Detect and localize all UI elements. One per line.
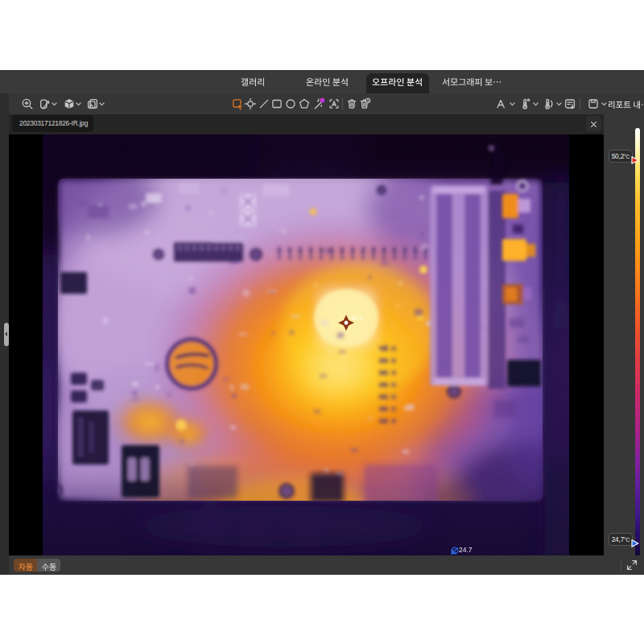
temperature-unit-tool[interactable]: [518, 97, 531, 110]
select-tool[interactable]: [231, 97, 244, 110]
polygon-tool[interactable]: [298, 97, 311, 110]
chevron-down-icon[interactable]: [601, 102, 607, 106]
bottom-bar: 자동 수동: [9, 555, 644, 575]
tab-online-analysis[interactable]: 온라인 분석: [297, 70, 357, 93]
page: {"main_tabs":{"items":[{"id":"gallery","…: [0, 0, 644, 644]
spot-tool[interactable]: [244, 97, 257, 110]
auto-detect-tool[interactable]: [328, 97, 341, 110]
level-span-mode-switch: 자동 수동: [14, 559, 60, 572]
line-tool[interactable]: [258, 97, 270, 110]
tab-label: [442, 76, 502, 89]
file-close-button[interactable]: [586, 116, 601, 132]
delete-all-tool[interactable]: [358, 97, 371, 110]
report-export-label: [608, 98, 644, 111]
auto-button-label: [18, 560, 32, 572]
scale-min-label[interactable]: 24,7°C: [609, 533, 633, 546]
file-tab[interactable]: 20230317121826-IR.jpg: [12, 115, 93, 132]
tab-label: [241, 76, 265, 89]
tab-gallery[interactable]: 갤러리: [233, 70, 273, 93]
temperature-scale-bar[interactable]: [635, 128, 640, 558]
scale-max-label[interactable]: 50,2°C: [609, 150, 633, 163]
thermal-params-tool[interactable]: [542, 97, 555, 110]
palette-tool[interactable]: [39, 97, 52, 110]
chevron-down-icon[interactable]: [510, 102, 515, 106]
file-tab-name: 20230317121826-IR.jpg: [19, 119, 88, 127]
image-viewer: 50.2 24.7: [9, 134, 604, 555]
file-tab-bar: 20230317121826-IR.jpg: [9, 114, 604, 134]
toolbar-separator: [342, 98, 343, 109]
left-panel-strip: [0, 93, 9, 575]
chevron-down-icon[interactable]: [52, 102, 57, 106]
tab-label: [372, 76, 423, 89]
tab-thermography-report[interactable]: 서모그래피 보…: [436, 70, 508, 93]
bottom-bar-separator: [621, 559, 621, 571]
magic-wand-tool[interactable]: [312, 97, 325, 110]
chevron-down-icon[interactable]: [556, 102, 562, 106]
cold-marker-label: 24.7: [459, 546, 473, 554]
scale-max-marker[interactable]: [631, 153, 639, 161]
tab-label: [306, 76, 349, 89]
manual-mode-button[interactable]: 수동: [37, 559, 60, 572]
tab-offline-analysis[interactable]: 오프라인 분석: [366, 73, 429, 93]
auto-mode-button[interactable]: 자동: [14, 559, 37, 572]
toolbar: 리포트 내…: [9, 93, 644, 114]
image-mode-tool[interactable]: [86, 97, 99, 110]
view-3d-tool[interactable]: [63, 97, 76, 110]
manual-button-label: [41, 560, 56, 572]
scale-min-marker[interactable]: [631, 536, 639, 544]
rectangle-tool[interactable]: [270, 97, 283, 110]
thermal-box-tool[interactable]: [564, 97, 576, 110]
chevron-down-icon[interactable]: [99, 102, 105, 106]
chevron-down-icon[interactable]: [76, 102, 81, 106]
main-tab-bar: 갤러리 온라인 분석 오프라인 분석 서모그래피 보…: [0, 70, 644, 93]
fullscreen-button[interactable]: [625, 559, 638, 572]
chevron-down-icon[interactable]: [533, 102, 539, 106]
toolbar-separator: [580, 98, 580, 109]
zoom-tool[interactable]: [21, 97, 34, 110]
save-tool[interactable]: [587, 97, 600, 110]
delete-tool[interactable]: [345, 97, 358, 110]
temperature-scale-panel: 50,2°C 24,7°C: [604, 114, 644, 575]
text-style-tool[interactable]: [495, 97, 508, 110]
ellipse-tool[interactable]: [284, 97, 297, 110]
hot-marker-label: 50.2: [351, 314, 363, 321]
thermal-image[interactable]: 50.2 24.7: [43, 134, 569, 555]
